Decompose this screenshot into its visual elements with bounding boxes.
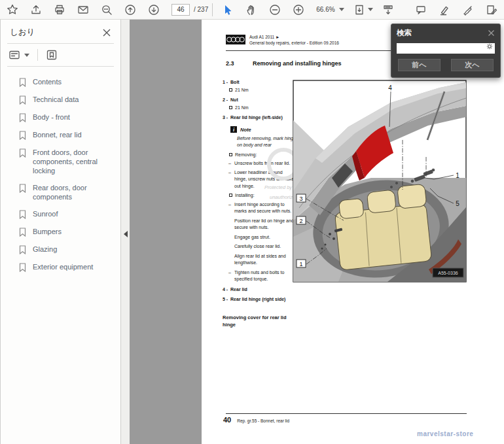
list-item: 2 - Nut [223, 97, 296, 104]
list-item: –Insert hinge according to marks and sec… [223, 201, 296, 215]
page-number-input[interactable] [171, 4, 190, 16]
search-overlay: 検索 前へ 次へ [391, 24, 501, 78]
figure-callout-1-box: 1 [299, 261, 302, 267]
audi-logo [226, 35, 245, 44]
list-item: 3 - Rear lid hinge (left-side) [223, 114, 296, 122]
bookmark-icon [19, 245, 26, 254]
figure-callout-4: 4 [388, 84, 392, 92]
bookmark-options-icon[interactable] [9, 49, 22, 61]
note-text: Before removing, mark hinge on body and … [237, 135, 296, 149]
list-item: 5 - Rear lid hinge (right side) [223, 296, 296, 303]
search-previous-button[interactable]: 前へ [398, 59, 441, 71]
figure-callout-1: 1 [456, 172, 459, 179]
search-input[interactable] [397, 43, 495, 54]
note-label: Note [240, 126, 251, 133]
document-page: Audi A1 2011 ► General body repairs, ext… [202, 20, 504, 444]
sidebar-item-rear-doors[interactable]: Rear doors, door components [1, 179, 120, 205]
checkbox-square-icon [229, 194, 232, 197]
select-tool-icon[interactable] [222, 4, 234, 16]
figure-callout-2: 2 [299, 218, 302, 224]
page-total-label: / 237 [194, 6, 208, 13]
previous-page-icon[interactable] [124, 4, 136, 16]
toolbar-divider [212, 3, 213, 16]
sidebar-item-sunroof[interactable]: Sunroof [1, 205, 120, 223]
figure-callout-3: 3 [299, 196, 302, 202]
zoom-in-icon[interactable] [293, 4, 304, 16]
bookmark-list: Contents Technical data Body - front Bon… [1, 67, 120, 276]
zoom-out-icon[interactable] [269, 4, 281, 16]
page-fit-caret-icon[interactable] [368, 8, 373, 11]
doc-header-line1: Audi A1 2011 ► [249, 35, 339, 41]
sidebar-item-exterior-equipment[interactable]: Exterior equipment [1, 258, 120, 276]
sidebar-item-contents[interactable]: Contents [1, 73, 120, 91]
bookmark-icon [19, 263, 26, 272]
sidebar-item-bonnet-rear-lid[interactable]: Bonnet, rear lid [1, 126, 120, 144]
store-watermark: marvelstar-store [417, 430, 473, 437]
next-page-icon[interactable] [148, 4, 160, 16]
bookmark-options-caret-icon[interactable] [24, 54, 29, 57]
bookmark-icon [19, 210, 26, 219]
figure-callout-5: 5 [456, 200, 459, 207]
scroll-mode-icon[interactable] [382, 4, 394, 16]
bookmark-icon [19, 131, 26, 140]
checkbox-square-icon [229, 106, 232, 109]
bookmark-icon [19, 228, 26, 237]
sign-pen-icon[interactable] [462, 4, 474, 16]
watermark-fragment: Protected by [264, 184, 292, 190]
comment-icon[interactable] [415, 4, 427, 16]
search-icon[interactable] [101, 4, 113, 16]
list-item: 21 Nm [223, 105, 296, 112]
list-item: 1 - Bolt [223, 79, 296, 86]
bookmark-icon [19, 95, 26, 105]
sidebar-item-body-front[interactable]: Body - front [1, 109, 120, 126]
footer-rule [226, 413, 467, 414]
sidebar-item-technical-data[interactable]: Technical data [1, 91, 120, 109]
add-bookmark-icon[interactable] [46, 49, 58, 61]
list-item: –Tighten nuts and bolts to specified tor… [223, 269, 296, 283]
search-close-icon[interactable] [488, 29, 495, 37]
footer-text: Rep. gr.55 - Bonnet, rear lid [237, 418, 289, 423]
figure-label: A55-0336 [438, 271, 458, 275]
main-toolbar: / 237 66.6% [0, 0, 504, 20]
bookmarks-panel: しおり Contents Technical data Body - front… [0, 20, 121, 444]
search-title: 検索 [397, 28, 412, 38]
page-fit-icon[interactable] [353, 4, 365, 16]
email-icon[interactable] [77, 4, 89, 16]
star-icon[interactable] [7, 4, 18, 16]
list-item: Align rear lid at sides and lengthwise. [223, 253, 296, 267]
closing-heading: Removing cover for rear lid hinge [223, 314, 296, 329]
search-options-gear-icon[interactable] [486, 43, 493, 50]
upload-icon[interactable] [30, 4, 42, 16]
fill-sign-icon[interactable] [486, 4, 497, 16]
bookmark-icon [19, 184, 26, 193]
list-item: Engage gas strut. [223, 234, 296, 241]
sidebar-item-bumpers[interactable]: Bumpers [1, 223, 120, 241]
section-number: 2.3 [226, 60, 253, 67]
checkbox-square-icon [229, 88, 232, 92]
list-item: Position rear lid on hinge and secure wi… [223, 218, 296, 231]
doc-header-line2: General body repairs, exterior - Edition… [249, 41, 339, 46]
list-item: Carefully close rear lid. [223, 243, 296, 250]
print-icon[interactable] [54, 4, 65, 16]
checkbox-square-icon [229, 153, 232, 156]
list-item: 21 Nm [223, 87, 296, 94]
search-next-button[interactable]: 次へ [451, 59, 494, 71]
parts-list: 1 - Bolt 21 Nm 2 - Nut 21 Nm 3 - Rear li… [223, 76, 296, 328]
close-panel-icon[interactable] [102, 28, 111, 37]
bookmark-icon [19, 113, 26, 122]
zoom-caret-icon[interactable] [339, 8, 344, 11]
bookmark-icon [19, 78, 26, 87]
highlight-icon[interactable] [439, 4, 450, 16]
sidebar-item-glazing[interactable]: Glazing [1, 241, 120, 258]
collapse-panel-handle[interactable] [121, 226, 130, 243]
note-icon: i [230, 126, 237, 133]
sidebar-item-front-doors[interactable]: Front doors, door components, central lo… [1, 144, 120, 179]
bookmarks-panel-title: しおり [10, 27, 35, 38]
panel-resize-strip [121, 20, 130, 444]
figure-illustration: 3 2 1 4 1 5 A55-0336 [293, 80, 467, 282]
zoom-level-label[interactable]: 66.6% [316, 6, 334, 13]
footer-page-number: 40 [223, 416, 231, 424]
collapse-arrow-icon [124, 231, 128, 237]
panel-tools-divider [37, 49, 38, 61]
hand-tool-icon[interactable] [245, 4, 257, 16]
